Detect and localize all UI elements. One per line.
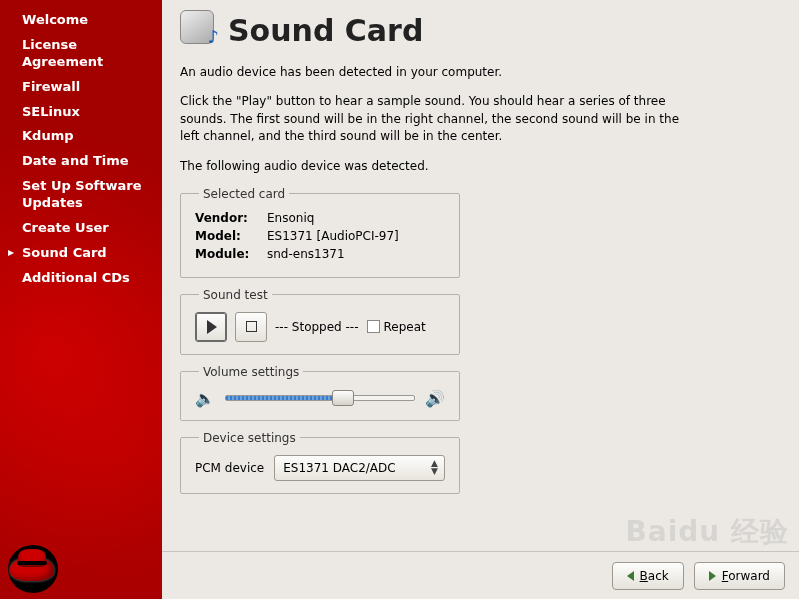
sidebar-item-kdump[interactable]: Kdump xyxy=(0,124,162,149)
sidebar: Welcome License Agreement Firewall SELin… xyxy=(0,0,162,599)
pcm-device-label: PCM device xyxy=(195,461,264,475)
stop-button[interactable] xyxy=(235,312,267,342)
redhat-logo xyxy=(8,543,68,591)
device-group: Device settings PCM device ES1371 DAC2/A… xyxy=(180,431,460,494)
arrow-left-icon xyxy=(627,571,634,581)
back-button[interactable]: Back xyxy=(612,562,684,590)
intro-text: An audio device has been detected in you… xyxy=(180,64,680,81)
play-icon xyxy=(207,320,217,334)
model-value: ES1371 [AudioPCI-97] xyxy=(267,229,445,243)
sound-card-icon xyxy=(180,10,220,50)
speaker-low-icon: 🔈 xyxy=(195,389,215,408)
stop-icon xyxy=(246,321,257,332)
volume-slider[interactable] xyxy=(225,395,415,401)
sidebar-item-firewall[interactable]: Firewall xyxy=(0,75,162,100)
play-button[interactable] xyxy=(195,312,227,342)
selected-card-legend: Selected card xyxy=(199,187,289,201)
sound-test-legend: Sound test xyxy=(199,288,272,302)
repeat-checkbox[interactable] xyxy=(367,320,380,333)
main-content: Sound Card An audio device has been dete… xyxy=(162,0,799,599)
module-value: snd-ens1371 xyxy=(267,247,445,261)
volume-group: Volume settings 🔈 🔊 xyxy=(180,365,460,421)
device-legend: Device settings xyxy=(199,431,300,445)
playback-status: --- Stopped --- xyxy=(275,320,359,334)
pcm-device-selected: ES1371 DAC2/ADC xyxy=(283,461,395,475)
forward-button[interactable]: Forward xyxy=(694,562,785,590)
volume-thumb[interactable] xyxy=(332,390,354,406)
speaker-high-icon: 🔊 xyxy=(425,389,445,408)
sidebar-item-create-user[interactable]: Create User xyxy=(0,216,162,241)
arrow-right-icon xyxy=(709,571,716,581)
vendor-value: Ensoniq xyxy=(267,211,445,225)
sidebar-item-welcome[interactable]: Welcome xyxy=(0,8,162,33)
sidebar-item-datetime[interactable]: Date and Time xyxy=(0,149,162,174)
dropdown-arrow-icon: ▲▼ xyxy=(431,459,438,475)
model-label: Model: xyxy=(195,229,267,243)
forward-label: orward xyxy=(728,569,770,583)
volume-legend: Volume settings xyxy=(199,365,303,379)
watermark: Baidu 经验 xyxy=(625,513,789,551)
sidebar-item-selinux[interactable]: SELinux xyxy=(0,100,162,125)
sidebar-item-sound-card[interactable]: Sound Card xyxy=(0,241,162,266)
bottom-bar: Back Forward xyxy=(162,551,799,599)
repeat-label: Repeat xyxy=(384,320,426,334)
page-title: Sound Card xyxy=(228,13,423,48)
vendor-label: Vendor: xyxy=(195,211,267,225)
sound-test-group: Sound test --- Stopped --- Repeat xyxy=(180,288,460,355)
sidebar-item-updates[interactable]: Set Up Software Updates xyxy=(0,174,162,216)
module-label: Module: xyxy=(195,247,267,261)
detected-text: The following audio device was detected. xyxy=(180,158,680,175)
instructions-text: Click the "Play" button to hear a sample… xyxy=(180,93,680,145)
back-label: ack xyxy=(648,569,669,583)
volume-fill xyxy=(226,396,343,400)
pcm-device-dropdown[interactable]: ES1371 DAC2/ADC ▲▼ xyxy=(274,455,445,481)
selected-card-group: Selected card Vendor: Ensoniq Model: ES1… xyxy=(180,187,460,278)
sidebar-item-additional-cds[interactable]: Additional CDs xyxy=(0,266,162,291)
sidebar-item-license[interactable]: License Agreement xyxy=(0,33,162,75)
